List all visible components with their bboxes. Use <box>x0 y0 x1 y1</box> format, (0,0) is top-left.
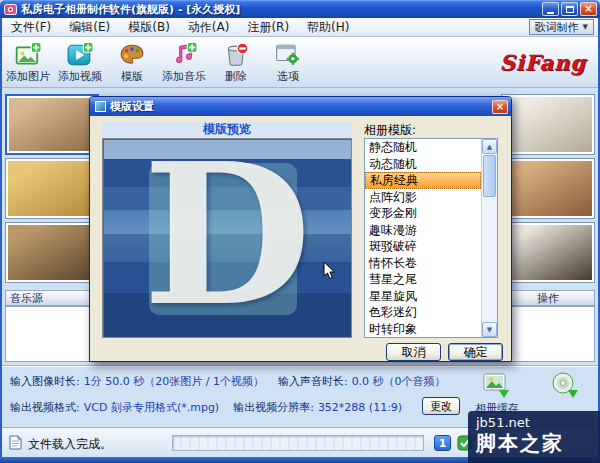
template-list-label: 相册模版: <box>364 122 416 139</box>
dialog-close-button[interactable]: × <box>492 100 508 114</box>
delete-icon <box>223 42 249 68</box>
toolbar-button-label: 添加图片 <box>6 69 50 84</box>
toolbar-button[interactable]: 模版 <box>106 37 158 87</box>
menu-item[interactable]: 编辑(E) <box>60 18 119 36</box>
toolbar-button-label: 删除 <box>225 69 247 84</box>
template-list-item[interactable]: 彗星之尾 <box>365 271 481 288</box>
status-message: 文件载入完成。 <box>28 436 112 453</box>
action-list[interactable] <box>501 306 595 362</box>
window-left-border <box>0 18 2 457</box>
app-icon <box>4 3 17 16</box>
toolbar-button[interactable]: 选项 <box>262 37 314 87</box>
video-format-label: 输出视频格式: <box>10 400 80 415</box>
menu-item[interactable]: 动作(A) <box>179 18 239 36</box>
watermark-name: 脚本之家 <box>476 430 592 457</box>
template-settings-dialog: 模版设置 × 模版预览 D 相册模版: 静态随机动态随机私房经典点阵幻影变形金刚… <box>89 96 512 362</box>
mouse-cursor <box>323 261 336 283</box>
template-list-item[interactable]: 星星旋风 <box>365 288 481 305</box>
scrollbar-thumb[interactable] <box>483 155 496 197</box>
input-duration-row: 输入图像时长: 1分 50.0 秒（20张图片 / 1个视频） 输入声音时长: … <box>10 374 460 389</box>
toolbar-button-label: 选项 <box>277 69 299 84</box>
template-preview: D <box>102 138 352 338</box>
window-title: 私房电子相册制作软件(旗舰版) - [永久授权] <box>21 2 542 17</box>
template-list-item[interactable]: 私房经典 <box>365 172 481 189</box>
template-list-item[interactable]: 动态随机 <box>365 156 481 173</box>
maximize-button[interactable] <box>561 2 578 16</box>
add-video-icon <box>67 42 93 68</box>
title-bar: 私房电子相册制作软件(旗舰版) - [永久授权] × <box>0 0 600 18</box>
template-list-item[interactable]: 时转印象 <box>365 321 481 338</box>
output-format-row: 输出视频格式: VCD 刻录专用格式(*.mpg) 输出视频分辨率: 352*2… <box>10 400 416 415</box>
photo-thumbnail[interactable] <box>5 158 99 219</box>
image-duration-label: 输入图像时长: <box>10 374 80 389</box>
add-music-icon <box>171 42 197 68</box>
app-window: 私房电子相册制作软件(旗舰版) - [永久授权] × 文件(F)编辑(E)模版(… <box>0 0 600 463</box>
watermark-site: jb51.net <box>476 415 592 430</box>
video-format-value: VCD 刻录专用格式(*.mpg) <box>84 400 219 415</box>
action-header[interactable]: 操作 <box>501 290 595 306</box>
resolution-value: 352*288 (11:9) <box>318 401 402 414</box>
image-duration-value: 1分 50.0 秒（20张图片 / 1个视频） <box>84 374 264 389</box>
photo-thumbnail[interactable] <box>5 94 99 155</box>
template-list-item[interactable]: 色彩迷幻 <box>365 304 481 321</box>
photo-thumbnail[interactable] <box>501 222 595 283</box>
minimize-button[interactable] <box>542 2 559 16</box>
menu-bar: 文件(F)编辑(E)模版(B)动作(A)注册(R)帮助(H) 歌词制作 ▼ <box>2 18 598 37</box>
photo-list-right <box>501 94 595 283</box>
photo-thumbnail[interactable] <box>501 158 595 219</box>
toolbar-button-label: 添加音乐 <box>162 69 206 84</box>
ok-button[interactable]: 确定 <box>448 343 503 361</box>
dialog-icon <box>95 101 106 112</box>
template-list-item[interactable]: 静态随机 <box>365 139 481 156</box>
toolbar-buttons: 添加图片 添加视频 模版 添加音乐 删除 选项 <box>2 37 314 87</box>
music-source-header[interactable]: 音乐源 <box>5 290 99 306</box>
template-list-item[interactable]: 趣味漫游 <box>365 222 481 239</box>
scroll-down-arrow[interactable]: ▼ <box>482 322 497 337</box>
menu-item[interactable]: 注册(R) <box>238 18 298 36</box>
lyrics-maker-dropdown[interactable]: 歌词制作 ▼ <box>529 19 594 35</box>
dialog-title: 模版设置 <box>110 99 492 114</box>
preview-letter: D <box>103 138 351 333</box>
add-image-icon <box>15 42 41 68</box>
progress-bar <box>172 435 424 451</box>
photo-list-left <box>5 94 99 283</box>
dialog-body: 模版预览 D 相册模版: 静态随机动态随机私房经典点阵幻影变形金刚趣味漫游斑驳破… <box>90 116 511 361</box>
chevron-down-icon: ▼ <box>583 23 588 31</box>
preview-label: 模版预览 <box>102 122 352 137</box>
template-list-item[interactable]: 点阵幻影 <box>365 189 481 206</box>
toolbar-button[interactable]: 添加音乐 <box>158 37 210 87</box>
indicator-badge[interactable]: 1 <box>434 435 451 451</box>
burn-disc-icon <box>550 370 580 400</box>
template-icon <box>119 42 145 68</box>
toolbar: 添加图片 添加视频 模版 添加音乐 删除 选项 SiFang <box>2 37 598 88</box>
menu-item[interactable]: 文件(F) <box>2 18 60 36</box>
document-icon <box>9 435 22 453</box>
sifang-logo: SiFang <box>500 50 586 75</box>
photo-thumbnail[interactable] <box>5 222 99 283</box>
sound-duration-label: 输入声音时长: <box>278 374 348 389</box>
music-source-list[interactable] <box>5 306 99 362</box>
menu-item[interactable]: 模版(B) <box>119 18 179 36</box>
menu-item[interactable]: 帮助(H) <box>298 18 358 36</box>
template-list-item[interactable]: 斑驳破碎 <box>365 238 481 255</box>
options-icon <box>275 42 301 68</box>
toolbar-button[interactable]: 添加视频 <box>54 37 106 87</box>
burn-button[interactable] <box>532 370 598 400</box>
lyrics-maker-label: 歌词制作 <box>535 20 579 35</box>
template-list-scrollbar[interactable]: ▲ ▼ <box>481 139 497 337</box>
toolbar-button[interactable]: 删除 <box>210 37 262 87</box>
template-list-items: 静态随机动态随机私房经典点阵幻影变形金刚趣味漫游斑驳破碎情怀长卷彗星之尾星星旋风… <box>365 139 481 337</box>
cancel-button[interactable]: 取消 <box>386 343 441 361</box>
change-button[interactable]: 更改 <box>422 397 460 415</box>
toolbar-button[interactable]: 添加图片 <box>2 37 54 87</box>
photo-thumbnail[interactable] <box>501 94 595 155</box>
album-cache-button[interactable]: 相册缓存 <box>464 370 530 416</box>
close-button[interactable]: × <box>580 2 597 16</box>
watermark: jb51.net 脚本之家 <box>468 411 600 463</box>
scroll-up-arrow[interactable]: ▲ <box>482 139 497 154</box>
template-list-item[interactable]: 情怀长卷 <box>365 255 481 272</box>
album-cache-icon <box>482 370 512 400</box>
toolbar-button-label: 添加视频 <box>58 69 102 84</box>
template-list-item[interactable]: 变形金刚 <box>365 205 481 222</box>
sound-duration-value: 0.0 秒（0个音频） <box>352 374 446 389</box>
